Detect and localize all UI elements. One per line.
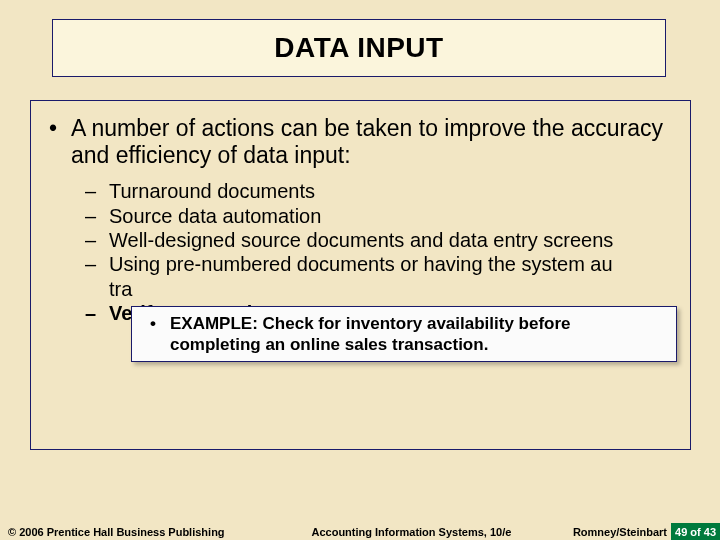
title-box: DATA INPUT — [52, 19, 666, 77]
sub-item: Using pre-numbered documents or having t… — [85, 252, 672, 301]
example-callout: EXAMPLE: Check for inventory availabilit… — [131, 306, 677, 362]
footer-copyright: © 2006 Prentice Hall Business Publishing — [0, 526, 250, 538]
footer-title: Accounting Information Systems, 10/e — [250, 526, 573, 538]
footer: © 2006 Prentice Hall Business Publishing… — [0, 523, 720, 540]
sub-item: Turnaround documents — [85, 179, 672, 203]
example-text: EXAMPLE: Check for inventory availabilit… — [150, 313, 664, 356]
slide-title: DATA INPUT — [274, 32, 443, 64]
sub-item: Well-designed source documents and data … — [85, 228, 672, 252]
footer-page-number: 49 of 43 — [671, 523, 720, 540]
sub-list: Turnaround documents Source data automat… — [49, 179, 672, 325]
main-bullet: A number of actions can be taken to impr… — [49, 115, 672, 169]
sub-item: Source data automation — [85, 204, 672, 228]
content-box: A number of actions can be taken to impr… — [30, 100, 691, 450]
footer-authors: Romney/Steinbart — [573, 526, 671, 538]
